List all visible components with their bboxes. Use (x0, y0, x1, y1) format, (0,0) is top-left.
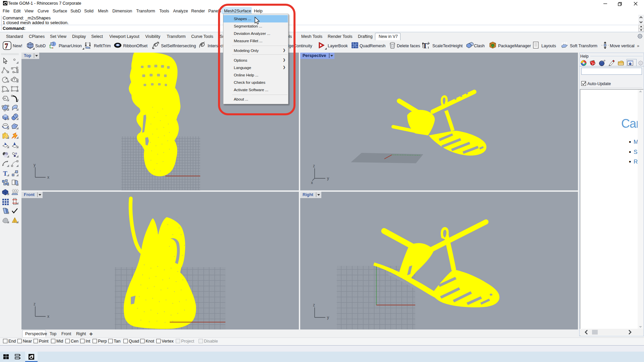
svg-text:z: z (313, 303, 315, 307)
svg-text:z: z (34, 302, 36, 306)
svg-text:T: T (3, 170, 7, 177)
svg-text:x: x (47, 314, 49, 319)
svg-text:x: x (311, 180, 313, 185)
svg-text:7: 7 (5, 42, 8, 50)
svg-text:x: x (47, 175, 49, 180)
svg-text:y: y (327, 176, 329, 181)
svg-text:z: z (313, 164, 315, 168)
svg-text:y: y (34, 163, 36, 167)
svg-text:y: y (327, 315, 329, 320)
